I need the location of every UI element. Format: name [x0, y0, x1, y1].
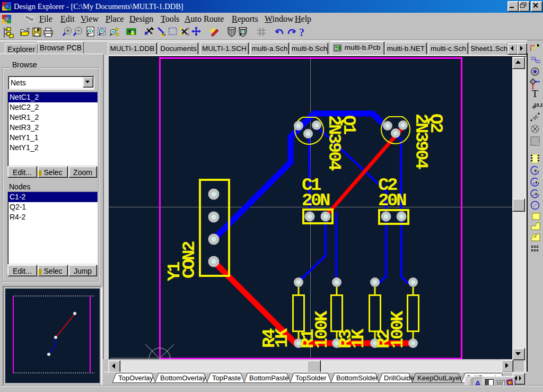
svg-text:1K: 1K — [348, 328, 369, 349]
svg-text:1K: 1K — [272, 328, 292, 348]
svg-text:10,10: 10,10 — [534, 102, 543, 108]
svg-text:BottomPaste: BottomPaste — [249, 374, 288, 382]
svg-text:TopSolder: TopSolder — [295, 374, 327, 382]
svg-text:?: ? — [299, 27, 304, 38]
svg-text:2N3904: 2N3904 — [411, 114, 431, 169]
svg-text:T: T — [532, 88, 538, 99]
svg-text:10: 10 — [532, 114, 539, 121]
svg-text:100K: 100K — [388, 310, 408, 349]
svg-text:KeepOutLayer: KeepOutLayer — [417, 374, 462, 382]
svg-text:TopPaste: TopPaste — [212, 374, 241, 382]
svg-text:CON2: CON2 — [179, 241, 199, 278]
svg-text:TopOverlay: TopOverlay — [118, 374, 153, 382]
svg-text:2N3904: 2N3904 — [324, 115, 344, 171]
svg-text:BottomSolder: BottomSolder — [336, 374, 378, 382]
svg-text:100K: 100K — [312, 310, 332, 349]
svg-text:DrillGuide: DrillGuide — [384, 374, 414, 382]
svg-text:BottomOverlay: BottomOverlay — [160, 374, 206, 382]
svg-text:20N: 20N — [302, 190, 330, 211]
svg-text:20N: 20N — [378, 190, 406, 211]
